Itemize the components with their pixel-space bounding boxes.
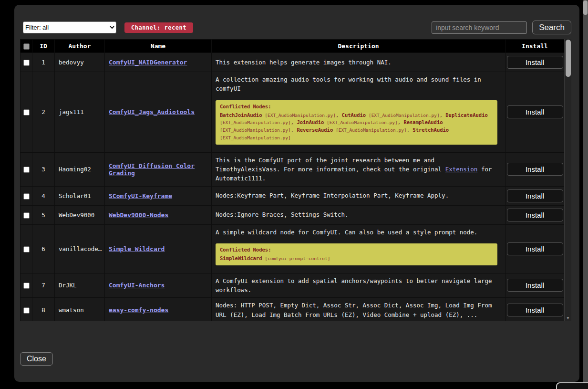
row-checkbox-cell: [21, 298, 32, 321]
row-install-cell: Install: [505, 72, 565, 153]
row-id: 5: [32, 205, 55, 224]
table-row: 5WebDev9000WebDev9000-NodesNodes:Ignore …: [21, 205, 565, 224]
row-id: 4: [32, 186, 55, 205]
install-button[interactable]: Install: [507, 209, 563, 221]
conflict-node-ref: [EXT_AudioManipulation.py]: [220, 127, 291, 133]
conflict-warning-box: Conflicted Nodes:SimpleWildcard [comfyui…: [216, 243, 497, 265]
table-row: 1bedovyyComfyUI_NAIDGeneratorThis extens…: [21, 53, 565, 72]
row-name-cell: Simple Wildcard: [105, 224, 212, 273]
description-link[interactable]: Extension: [445, 166, 478, 173]
row-description-cell: This extension helps generate images thr…: [212, 53, 505, 72]
column-header-description: Description: [212, 40, 505, 53]
row-author: WebDev9000: [55, 205, 105, 224]
description-text: This extension helps generate images thr…: [216, 58, 501, 67]
row-description-cell: A simple wildcard node for ComfyUI. Can …: [212, 224, 505, 273]
row-checkbox-cell: [21, 186, 32, 205]
table-scrollbar-thumb[interactable]: [566, 40, 571, 77]
row-author: jags111: [55, 72, 105, 153]
node-name-link[interactable]: easy-comfy-nodes: [109, 306, 168, 314]
conflict-warning-box: Conflicted Nodes:BatchJoinAudio [EXT_Aud…: [216, 100, 497, 145]
row-checkbox-cell: [21, 53, 32, 72]
page-background: Filter: all Channel: recent Search ID: [0, 0, 588, 389]
conflict-node-ref: [comfyui-prompt-control]: [262, 256, 330, 261]
search-input[interactable]: [432, 21, 527, 34]
row-name-cell: ComfyUI Diffusion Color Grading: [105, 152, 212, 186]
scrollbar-down-arrow[interactable]: ▼: [565, 316, 571, 320]
description-segment: A collection amazing audio tools for wor…: [216, 76, 481, 92]
row-id: 3: [32, 152, 55, 186]
node-name-link[interactable]: WebDev9000-Nodes: [109, 211, 168, 219]
dialog-toolbar: Filter: all Channel: recent Search: [20, 21, 571, 34]
description-text: A simple wildcard node for ComfyUI. Can …: [216, 228, 501, 237]
description-text: A collection amazing audio tools for wor…: [216, 75, 501, 94]
install-button[interactable]: Install: [507, 304, 563, 316]
node-name-link[interactable]: ComfyUI_Jags_Audiotools: [109, 108, 195, 116]
partial-bottom-right-button[interactable]: [556, 382, 588, 389]
page-scrollbar[interactable]: [583, 0, 588, 389]
row-checkbox[interactable]: [23, 60, 30, 66]
row-author: bedovyy: [55, 53, 105, 72]
node-name-link[interactable]: Simple Wildcard: [109, 245, 165, 252]
install-button[interactable]: Install: [507, 163, 563, 176]
conflict-node-name: StretchAudio: [413, 127, 449, 133]
conflict-node-ref: [EXT_AudioManipulation.py]: [366, 113, 439, 118]
column-header-id: ID: [32, 40, 55, 53]
description-text: Nodes:Ignore Braces, Settings Switch.: [216, 210, 501, 219]
select-all-checkbox[interactable]: [23, 43, 30, 50]
row-name-cell: ComfyUI_Jags_Audiotools: [105, 72, 212, 153]
custom-nodes-dialog: Filter: all Channel: recent Search ID: [14, 5, 579, 382]
row-id: 8: [32, 298, 55, 321]
row-checkbox[interactable]: [23, 212, 30, 219]
channel-badge: Channel: recent: [124, 22, 193, 33]
row-checkbox[interactable]: [23, 167, 30, 173]
row-install-cell: Install: [505, 152, 565, 186]
description-text: This is the ComfyUI port of the joint re…: [216, 156, 501, 183]
node-name-link[interactable]: ComfyUI-Anchors: [109, 282, 165, 289]
row-description-cell: Nodes:Keyframe Part, Keyframe Interpolat…: [212, 186, 505, 205]
nodes-table: ID Author Name Description Install 1bedo…: [20, 39, 565, 321]
conflict-title: Conflicted Nodes:: [220, 246, 493, 254]
description-text: Nodes: HTTP POST, Empty Dict, Assoc Str,…: [216, 301, 501, 319]
row-name-cell: ComfyUI_NAIDGenerator: [105, 53, 212, 72]
install-button[interactable]: Install: [507, 189, 563, 202]
table-row: 7DrJKLComfyUI-AnchorsA ComfyUI extension…: [21, 273, 565, 298]
row-description-cell: A ComfyUI extension to add spatial ancho…: [212, 273, 505, 298]
install-button[interactable]: Install: [507, 56, 563, 69]
install-button[interactable]: Install: [507, 279, 563, 292]
row-install-cell: Install: [505, 205, 565, 224]
table-row: 6vanillacode…Simple WildcardA simple wil…: [21, 224, 565, 273]
row-checkbox[interactable]: [23, 193, 30, 200]
conflict-node-name: BatchJoinAudio: [220, 112, 262, 118]
close-button[interactable]: Close: [20, 352, 53, 366]
node-name-link[interactable]: ComfyUI Diffusion Color Grading: [109, 162, 195, 177]
row-install-cell: Install: [505, 186, 565, 205]
row-description-cell: Nodes: HTTP POST, Empty Dict, Assoc Str,…: [212, 298, 505, 321]
row-description-cell: A collection amazing audio tools for wor…: [212, 72, 505, 153]
row-author: vanillacode…: [55, 224, 105, 273]
row-checkbox-cell: [21, 205, 32, 224]
column-header-name: Name: [105, 40, 212, 53]
row-name-cell: WebDev9000-Nodes: [105, 205, 212, 224]
row-checkbox[interactable]: [23, 283, 30, 289]
column-header-author: Author: [55, 40, 105, 53]
row-checkbox[interactable]: [23, 307, 30, 314]
install-button[interactable]: Install: [507, 105, 563, 118]
conflict-items: BatchJoinAudio [EXT_AudioManipulation.py…: [220, 112, 493, 142]
row-id: 6: [32, 224, 55, 273]
page-scrollbar-thumb[interactable]: [583, 0, 588, 15]
row-name-cell: SComfyUI-Keyframe: [105, 186, 212, 205]
conflict-node-ref: [EXT_AudioManipulation.py]: [220, 120, 291, 125]
filter-dropdown[interactable]: Filter: all: [23, 21, 116, 33]
conflict-node-ref: [EXT_AudioManipulation.py]: [220, 135, 291, 140]
row-checkbox[interactable]: [23, 109, 30, 116]
row-install-cell: Install: [505, 273, 565, 298]
search-button[interactable]: Search: [532, 21, 571, 34]
conflict-node-ref: [EXT_AudioManipulation.py]: [324, 120, 397, 125]
row-checkbox[interactable]: [23, 246, 30, 252]
table-header-row: ID Author Name Description Install: [21, 40, 565, 53]
description-segment: Nodes:Keyframe Part, Keyframe Interpolat…: [216, 192, 449, 199]
node-name-link[interactable]: SComfyUI-Keyframe: [109, 192, 172, 200]
table-scrollbar[interactable]: ▼: [564, 39, 571, 321]
install-button[interactable]: Install: [507, 242, 563, 255]
node-name-link[interactable]: ComfyUI_NAIDGenerator: [109, 59, 187, 66]
